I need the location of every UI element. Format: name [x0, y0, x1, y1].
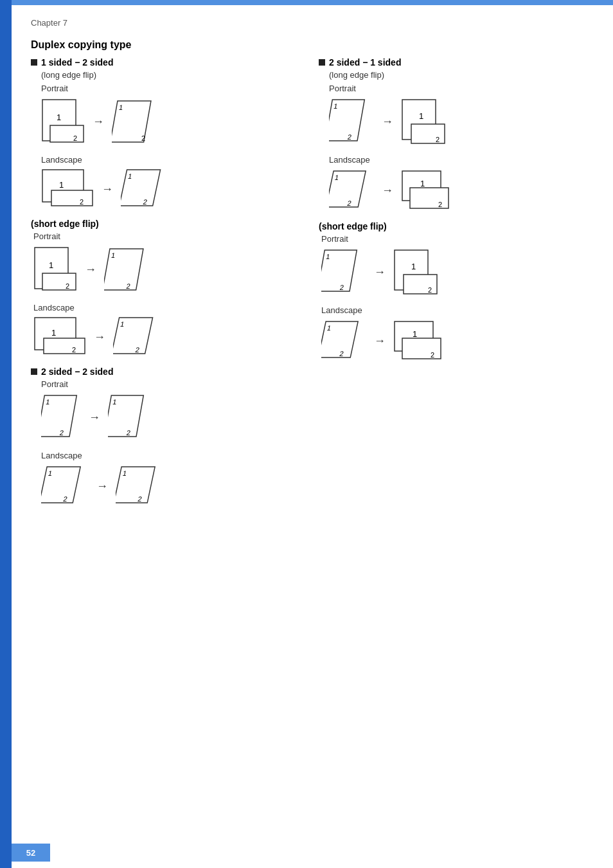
svg-text:2: 2 — [73, 134, 77, 142]
svg-rect-11 — [121, 170, 161, 206]
svg-text:2: 2 — [431, 351, 434, 359]
svg-text:2: 2 — [72, 346, 76, 354]
r-tgt-short-landscape: 1 2 — [393, 319, 443, 363]
svg-text:2: 2 — [66, 282, 69, 290]
svg-rect-25 — [113, 318, 153, 354]
svg-text:1: 1 — [49, 260, 53, 270]
r-tgt-short-portrait: 1 2 — [393, 248, 442, 296]
svg-text:1: 1 — [59, 180, 64, 190]
item3-sub1: Portrait — [41, 379, 306, 389]
section-title: Duplex copying type — [31, 39, 594, 51]
svg-rect-52 — [410, 188, 449, 208]
arrow-2: → — [102, 183, 113, 196]
left-column: 1 sided − 2 sided (long edge flip) Portr… — [31, 57, 312, 517]
diagram-1sided-2sided-portrait: 1 2 → 1 2 — [41, 97, 306, 146]
svg-rect-23 — [44, 338, 85, 354]
right-column: 2 sided − 1 sided (long edge flip) Portr… — [312, 57, 594, 517]
source-portrait-svg: 1 2 — [41, 97, 85, 146]
r-diagram-short-portrait: 1 2 → 1 2 — [321, 248, 594, 296]
svg-rect-2 — [50, 125, 84, 142]
r-item1-sub1: Portrait — [329, 84, 594, 93]
r-arrow-2: → — [382, 184, 393, 197]
diagram-2s2s-portrait: 1 2 → 1 2 — [41, 393, 306, 442]
item1-title: 1 sided − 2 sided — [31, 57, 306, 68]
src-2s2s-landscape: 1 2 — [41, 464, 89, 508]
top-accent-bar — [12, 0, 613, 5]
item3-sub2: Landscape — [41, 451, 306, 460]
r-tgt-2s1s-portrait: 1 2 — [401, 97, 450, 146]
svg-text:1: 1 — [420, 179, 425, 188]
target-landscape-slanted-svg: 1 2 — [121, 168, 168, 210]
svg-text:2: 2 — [436, 136, 440, 143]
svg-text:2: 2 — [428, 286, 432, 294]
svg-text:1: 1 — [419, 111, 423, 121]
svg-rect-9 — [51, 190, 93, 206]
svg-rect-66 — [402, 338, 441, 359]
r-item1-subtitle: (long edge flip) — [329, 70, 594, 80]
r-diagram-2s1s-portrait: 1 2 → 1 2 — [329, 97, 594, 146]
r-src-2s1s-landscape: 1 2 — [329, 168, 374, 212]
left-accent-bar — [0, 0, 12, 868]
source-landscape-svg: 1 2 — [41, 168, 94, 210]
r-item2-sub1: Portrait — [321, 234, 594, 244]
svg-rect-34 — [41, 467, 80, 503]
src-short-landscape: 1 2 — [33, 316, 86, 357]
arrow-3: → — [85, 263, 96, 276]
svg-text:1: 1 — [51, 328, 56, 338]
diagram-short-landscape: 1 2 → 1 2 — [33, 316, 306, 357]
src-short-portrait: 1 2 — [33, 245, 77, 294]
svg-rect-16 — [42, 273, 76, 290]
page-content: Chapter 7 Duplex copying type 1 sided − … — [12, 5, 613, 868]
r-arrow-4: → — [374, 334, 386, 348]
r-src-short-landscape: 1 2 — [321, 319, 366, 363]
svg-text:1: 1 — [413, 329, 417, 339]
r-arrow-3: → — [374, 266, 386, 279]
svg-rect-59 — [404, 275, 437, 294]
svg-rect-45 — [411, 124, 445, 143]
page-footer: 52 — [12, 844, 613, 862]
svg-rect-37 — [116, 467, 155, 503]
tgt-2s2s-landscape: 1 2 — [116, 464, 163, 508]
svg-text:2: 2 — [141, 134, 145, 142]
svg-rect-18 — [104, 249, 143, 290]
bullet-icon-2 — [31, 368, 37, 375]
item2-title: (short edge flip) — [31, 219, 306, 229]
page-number: 52 — [12, 844, 50, 862]
r-item1-title: 2 sided − 1 sided — [319, 57, 594, 68]
item1-sub2: Landscape — [41, 155, 306, 165]
r-src-2s1s-portrait: 1 2 — [329, 97, 374, 146]
bullet-icon-r1 — [319, 59, 325, 66]
tgt-2s2s-portrait: 1 2 — [108, 393, 148, 442]
arrow-4: → — [94, 330, 105, 344]
diagram-1sided-2sided-landscape: 1 2 → 1 2 — [41, 168, 306, 210]
two-column-layout: 1 sided − 2 sided (long edge flip) Portr… — [31, 57, 594, 517]
item2-sub2: Landscape — [33, 303, 306, 312]
diagram-2s2s-landscape: 1 2 → 1 2 — [41, 464, 306, 508]
r-item2-title: (short edge flip) — [319, 221, 594, 231]
svg-text:1: 1 — [411, 262, 416, 271]
svg-text:2: 2 — [438, 201, 442, 208]
item1-sub1: Portrait — [41, 84, 306, 93]
r-item1-sub2: Landscape — [329, 155, 594, 165]
item3-title: 2 sided − 2 sided — [31, 366, 306, 377]
target-slanted-svg: 1 2 — [112, 97, 162, 146]
r-tgt-2s1s-landscape: 1 2 — [401, 168, 451, 212]
item1-subtitle: (long edge flip) — [41, 70, 306, 80]
r-src-short-portrait: 1 2 — [321, 248, 366, 296]
tgt-short-landscape: 1 2 — [113, 316, 161, 357]
src-2s2s-portrait: 1 2 — [41, 393, 81, 442]
diagram-short-portrait: 1 2 → 1 2 — [33, 245, 306, 294]
arrow-6: → — [96, 480, 108, 493]
arrow-5: → — [89, 411, 100, 424]
tgt-short-portrait: 1 2 — [104, 245, 152, 294]
chapter-label: Chapter 7 — [31, 18, 594, 28]
svg-text:2: 2 — [80, 198, 84, 206]
bullet-icon — [31, 59, 37, 66]
arrow-1: → — [93, 115, 104, 129]
r-item2-sub2: Landscape — [321, 305, 594, 315]
item2-sub1: Portrait — [33, 231, 306, 241]
r-diagram-short-landscape: 1 2 → 1 2 — [321, 319, 594, 363]
r-arrow-1: → — [382, 115, 393, 129]
svg-text:1: 1 — [57, 113, 61, 122]
r-diagram-2s1s-landscape: 1 2 → 1 2 — [329, 168, 594, 212]
